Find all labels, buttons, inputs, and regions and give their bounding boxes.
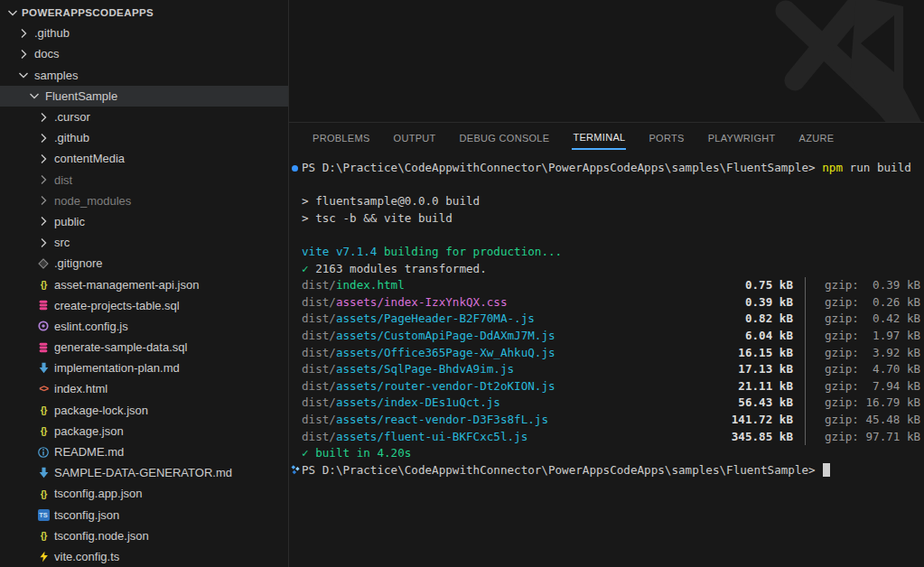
command-success-dot-icon xyxy=(292,165,298,172)
tree-item-implementation-plan-md[interactable]: implementation-plan.md xyxy=(0,358,288,378)
bottom-panel: PROBLEMS OUTPUT DEBUG CONSOLE TERMINAL P… xyxy=(289,122,924,567)
markdown-arrow-icon xyxy=(36,361,51,376)
tree-item-github[interactable]: .github xyxy=(0,23,288,43)
tree-item-eslint-config-js[interactable]: eslint.config.js xyxy=(0,316,288,337)
json-braces-icon: {} xyxy=(36,487,51,501)
tree-item-generate-sample-data-sql[interactable]: generate-sample-data.sql xyxy=(0,337,288,358)
chevron-right-icon xyxy=(36,236,51,250)
vscode-logo-watermark xyxy=(761,0,924,122)
tree-item-node-modules[interactable]: node_modules xyxy=(0,191,288,211)
tree-root-powerappscodeapps[interactable]: POWERAPPSCODEAPPS xyxy=(0,2,288,23)
check-icon: ✓ xyxy=(302,262,309,275)
tree-item-dist[interactable]: dist xyxy=(0,170,288,191)
empty-editor-area xyxy=(289,0,924,122)
build-output-row: dist/assets/fluent-ui-BKFCxc5l.js345.85 … xyxy=(302,429,924,446)
script-line: > tsc -b && vite build xyxy=(302,211,453,225)
tab-playwright[interactable]: PLAYWRIGHT xyxy=(707,127,777,149)
tree-item-create-projects-table-sql[interactable]: create-projects-table.sql xyxy=(0,295,288,316)
tree-root-label: POWERAPPSCODEAPPS xyxy=(22,7,154,18)
build-output-row: dist/index.html0.75 kBgzip: 0.39 kB xyxy=(302,277,924,294)
vite-version: vite v7.1.4 xyxy=(302,245,377,258)
html-icon: <> xyxy=(36,382,51,396)
command-args: run build xyxy=(843,161,911,174)
tree-item-contentmedia[interactable]: contentMedia xyxy=(0,148,288,169)
prompt-path: PS D:\Practice\CodeAppwithConnector\Powe… xyxy=(302,463,816,477)
shell-integration-diamonds-icon xyxy=(290,465,301,476)
tree-item-cursor[interactable]: .cursor xyxy=(0,107,288,127)
info-icon xyxy=(36,445,51,460)
database-icon xyxy=(36,298,51,312)
json-braces-icon: {} xyxy=(36,528,51,543)
chevron-right-icon xyxy=(16,47,31,61)
tree-item-samples[interactable]: samples xyxy=(0,65,288,86)
terminal-output[interactable]: PS D:\Practice\CodeAppwithConnector\Powe… xyxy=(289,153,924,479)
build-output-row: dist/assets/react-vendor-D3F3s8fL.js141.… xyxy=(302,412,924,429)
json-braces-icon: {} xyxy=(36,403,51,417)
build-output-row: dist/assets/SqlPage-BhdvA9im.js17.13 kBg… xyxy=(302,361,924,378)
modules-transformed: 2163 modules transformed. xyxy=(309,262,487,275)
explorer-sidebar: POWERAPPSCODEAPPS .github docs samples F… xyxy=(0,0,289,567)
chevron-right-icon xyxy=(36,131,51,145)
chevron-down-icon xyxy=(5,5,20,20)
tree-item-fluentsample[interactable]: FluentSample xyxy=(0,86,288,107)
tab-ports[interactable]: PORTS xyxy=(648,127,685,149)
tab-debug-console[interactable]: DEBUG CONSOLE xyxy=(459,127,551,149)
build-output-row: dist/assets/CustomApiPage-DdAXmJ7M.js6.0… xyxy=(302,328,924,345)
chevron-right-icon xyxy=(36,152,51,166)
chevron-down-icon xyxy=(27,88,42,103)
vite-bolt-icon xyxy=(36,549,51,563)
build-output-row: dist/assets/index-DEs1uQct.js56.43 kBgzi… xyxy=(302,395,924,412)
script-line: > fluentsample@0.0.0 build xyxy=(302,194,480,208)
database-icon xyxy=(36,340,51,355)
tree-item-vite-config-ts[interactable]: vite.config.ts xyxy=(0,546,288,567)
tree-item-tsconfig-node-json[interactable]: {} tsconfig.node.json xyxy=(0,525,288,546)
chevron-right-icon xyxy=(16,26,31,41)
vite-building: building for production... xyxy=(377,245,562,258)
vscode-window: POWERAPPSCODEAPPS .github docs samples F… xyxy=(0,0,924,567)
build-output-row: dist/assets/index-IzxYnkQX.css0.39 kBgzi… xyxy=(302,294,924,311)
tree-item-index-html[interactable]: <> index.html xyxy=(0,378,288,399)
terminal-prompt-line: PS D:\Practice\CodeAppwithConnector\Powe… xyxy=(302,160,924,177)
typescript-icon: TS xyxy=(36,507,51,522)
main-area: PROBLEMS OUTPUT DEBUG CONSOLE TERMINAL P… xyxy=(289,0,924,567)
tree-item-src[interactable]: src xyxy=(0,232,288,253)
panel-tab-bar: PROBLEMS OUTPUT DEBUG CONSOLE TERMINAL P… xyxy=(289,123,924,153)
tab-output[interactable]: OUTPUT xyxy=(393,127,437,149)
build-output-row: dist/assets/Office365Page-Xw_AhkuQ.js16.… xyxy=(302,345,924,362)
built-time: ✓ built in 4.20s xyxy=(302,446,411,460)
chevron-right-icon xyxy=(36,214,51,228)
git-diamond-icon xyxy=(36,256,51,271)
json-braces-icon: {} xyxy=(36,423,51,438)
tree-item-public[interactable]: public xyxy=(0,211,288,232)
chevron-right-icon xyxy=(36,193,51,208)
tree-item-readme-md[interactable]: README.md xyxy=(0,442,288,462)
tab-terminal[interactable]: TERMINAL xyxy=(572,126,626,150)
tree-item-package-json[interactable]: {} package.json xyxy=(0,421,288,442)
markdown-arrow-icon xyxy=(36,466,51,480)
command-npm: npm xyxy=(816,161,843,174)
chevron-down-icon xyxy=(16,68,31,82)
tab-problems[interactable]: PROBLEMS xyxy=(312,127,371,149)
tree-item-tsconfig-json[interactable]: TS tsconfig.json xyxy=(0,505,288,525)
terminal-cursor xyxy=(823,463,831,477)
tree-item-gitignore[interactable]: .gitignore xyxy=(0,253,288,274)
prompt-path: PS D:\Practice\CodeAppwithConnector\Powe… xyxy=(302,161,816,174)
tab-azure[interactable]: AZURE xyxy=(798,127,835,149)
tree-item-package-lock-json[interactable]: {} package-lock.json xyxy=(0,400,288,421)
chevron-right-icon xyxy=(36,110,51,125)
build-output-row: dist/assets/router-vendor-Dt2oKION.js21.… xyxy=(302,378,924,395)
eslint-icon xyxy=(36,319,51,333)
chevron-right-icon xyxy=(36,172,51,187)
terminal-prompt-line-active: PS D:\Practice\CodeAppwithConnector\Powe… xyxy=(302,462,924,479)
tree-item-asset-management-api-json[interactable]: {} asset-management-api.json xyxy=(0,274,288,294)
build-output-row: dist/assets/PageHeader-B2F70MA-.js0.82 k… xyxy=(302,311,924,328)
tree-item-docs[interactable]: docs xyxy=(0,43,288,64)
tree-item-sample-data-generator-md[interactable]: SAMPLE-DATA-GENERATOR.md xyxy=(0,462,288,483)
json-braces-icon: {} xyxy=(36,277,51,292)
tree-item-tsconfig-app-json[interactable]: {} tsconfig.app.json xyxy=(0,483,288,504)
tree-item-github-nested[interactable]: .github xyxy=(0,127,288,148)
